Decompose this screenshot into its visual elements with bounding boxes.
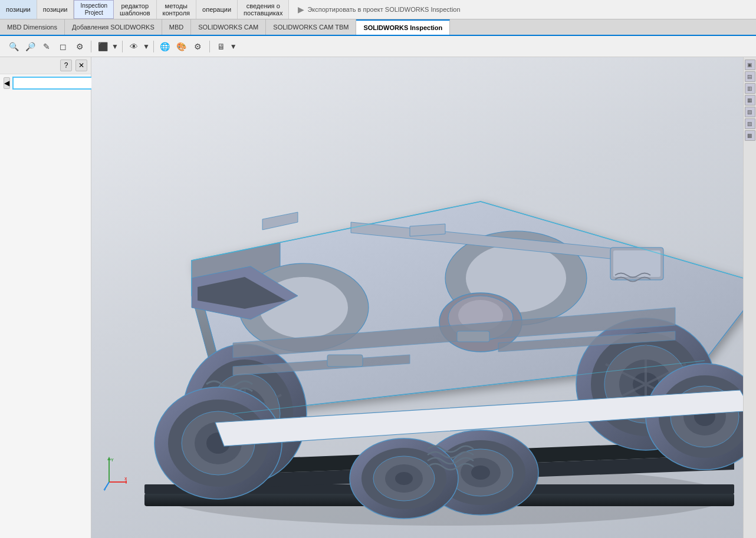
panel-input[interactable] (12, 77, 101, 90)
svg-text:Y: Y (111, 458, 114, 462)
menu-suppliers[interactable]: сведения опоставщиках (238, 0, 289, 19)
right-btn-5[interactable]: ▧ (745, 107, 755, 117)
right-btn-7[interactable]: ▩ (745, 130, 755, 141)
toolbar-sep-2 (122, 41, 123, 52)
nav-prev-btn[interactable]: ◀ (4, 77, 10, 89)
right-btn-2[interactable]: ▤ (745, 71, 755, 82)
right-panel: ▣ ▤ ▥ ▦ ▧ ▨ ▩ (743, 57, 756, 538)
display-dropdown[interactable]: ▼ (230, 42, 237, 51)
svg-marker-12 (262, 212, 298, 230)
tab-mbd-dimensions[interactable]: MBD Dimensions (0, 19, 65, 35)
toolbar-sep-4 (209, 41, 210, 52)
close-panel-btn[interactable]: ✕ (75, 60, 87, 71)
help-btn[interactable]: ? (60, 60, 72, 71)
left-panel: ? ✕ ◀ ▼ (0, 57, 91, 538)
color-btn[interactable]: 🎨 (174, 39, 189, 54)
left-panel-input-row: ◀ ▼ (0, 74, 91, 92)
zoom-in-btn[interactable]: 🔎 (22, 39, 38, 54)
svg-point-52 (471, 466, 490, 480)
export-label: Экспортировать в проект SOLIDWORKS Inspe… (307, 6, 460, 13)
project-label: Project (85, 9, 103, 16)
tab-bar: MBD Dimensions Добавления SOLIDWORKS MBD… (0, 19, 756, 36)
svg-rect-62 (327, 355, 363, 367)
left-panel-header: ? ✕ (0, 57, 91, 74)
menu-inspection[interactable]: Inspection Project (74, 0, 114, 19)
svg-text:Z: Z (103, 489, 106, 491)
gear-btn[interactable]: ⚙ (190, 39, 206, 54)
tab-solidworks-inspection[interactable]: SOLIDWORKS Inspection (356, 19, 450, 35)
svg-text:X: X (124, 477, 127, 481)
box-dropdown[interactable]: ▼ (111, 42, 119, 51)
menu-positions-2[interactable]: позиции (37, 0, 74, 19)
coordinate-axis: X Y Z (103, 456, 127, 491)
settings-btn[interactable]: ⚙ (72, 39, 87, 54)
tab-solidworks-cam[interactable]: SOLIDWORKS CAM (191, 19, 266, 35)
edit-btn[interactable]: ✎ (39, 39, 54, 54)
menu-template-editor[interactable]: редакторшаблонов (114, 0, 156, 19)
menu-positions-1[interactable]: позиции (0, 0, 37, 19)
menu-bar: позиции позиции Inspection Project редак… (0, 0, 756, 19)
right-btn-3[interactable]: ▥ (745, 83, 755, 94)
svg-point-57 (395, 472, 413, 485)
view-dropdown[interactable]: ▼ (143, 42, 150, 51)
tab-solidworks-cam-tbm[interactable]: SOLIDWORKS CAM TBM (266, 19, 356, 35)
viewport[interactable]: X Y Z (91, 57, 743, 538)
export-icon: ▶ (298, 5, 304, 14)
export-area: ▶ Экспортировать в проект SOLIDWORKS Ins… (289, 0, 756, 19)
toolbar-sep-1 (91, 41, 91, 52)
toolbar: 🔍 🔎 ✎ ◻ ⚙ ⬛ ▼ 👁 ▼ 🌐 🎨 ⚙ 🖥 ▼ (0, 36, 756, 57)
select-btn[interactable]: ◻ (55, 39, 71, 54)
inspection-label: Inspection (80, 2, 107, 9)
menu-operations[interactable]: операции (196, 0, 238, 19)
svg-marker-14 (410, 224, 445, 236)
tab-solidworks-additions[interactable]: Добавления SOLIDWORKS (65, 19, 162, 35)
right-btn-4[interactable]: ▦ (745, 95, 755, 105)
right-btn-6[interactable]: ▨ (745, 118, 755, 129)
globe-btn[interactable]: 🌐 (157, 39, 173, 54)
right-btn-1[interactable]: ▣ (745, 60, 755, 70)
view-btn[interactable]: 👁 (126, 39, 142, 54)
box-btn[interactable]: ⬛ (95, 39, 110, 54)
main-area: ? ✕ ◀ ▼ (0, 57, 756, 538)
menu-control-methods[interactable]: методыконтроля (157, 0, 197, 19)
display-btn[interactable]: 🖥 (213, 39, 229, 54)
toolbar-sep-3 (153, 41, 154, 52)
search-btn[interactable]: 🔍 (6, 39, 21, 54)
svg-rect-63 (457, 331, 489, 342)
model-svg (115, 87, 743, 538)
tab-mbd[interactable]: MBD (162, 19, 191, 35)
